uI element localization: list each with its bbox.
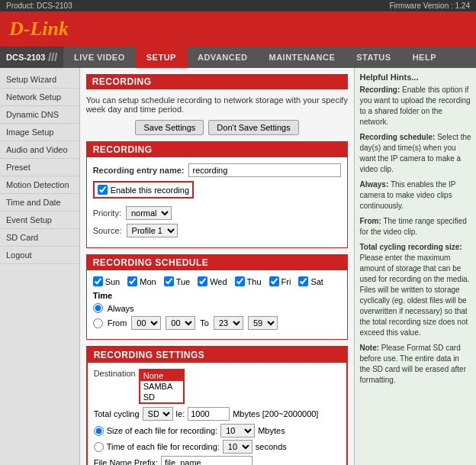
hints-panel: Helpful Hints... Recording: Enable this … bbox=[354, 68, 476, 465]
schedule-header: RECORDING SCHEDULE bbox=[87, 255, 348, 270]
day-fri-label: Fri bbox=[281, 277, 291, 286]
time-section: Time Always From 000106121823 00153045 T… bbox=[93, 291, 342, 330]
enable-checkbox[interactable] bbox=[98, 185, 108, 195]
priority-label: Priority: bbox=[93, 208, 121, 218]
hint-cycling: Total cycling recording size: Please ent… bbox=[359, 242, 471, 338]
day-thu-label: Thu bbox=[247, 277, 262, 286]
time-file-row: Time of each file for recording: 103060 … bbox=[94, 440, 341, 454]
enable-row: Enable this recording bbox=[93, 181, 342, 202]
sidebar-item-logout[interactable]: Logout bbox=[0, 247, 79, 264]
time-file-label: Time of each file for recording: bbox=[107, 442, 220, 451]
always-label: Always bbox=[108, 304, 134, 313]
entry-name-input[interactable] bbox=[188, 163, 341, 177]
from-row: From 000106121823 00153045 To 0006121823… bbox=[93, 316, 342, 330]
day-thu: Thu bbox=[235, 276, 262, 286]
day-sun-checkbox[interactable] bbox=[93, 276, 103, 286]
sidebar-item-time-date[interactable]: Time and Date bbox=[0, 194, 79, 212]
from-min-select[interactable]: 00153045 bbox=[166, 316, 195, 330]
size-unit: Mbytes bbox=[258, 426, 285, 435]
time-unit: seconds bbox=[256, 442, 287, 451]
firmware-label: Firmware Version : 1.24 bbox=[389, 2, 470, 10]
time-radio[interactable] bbox=[94, 442, 104, 452]
from-label: From bbox=[108, 318, 127, 328]
day-fri-checkbox[interactable] bbox=[269, 276, 279, 286]
day-wed-checkbox[interactable] bbox=[198, 276, 207, 286]
day-sun: Sun bbox=[93, 276, 121, 286]
to-hour-select[interactable]: 0006121823 bbox=[214, 316, 243, 330]
filename-label: File Name Prefix: bbox=[94, 458, 158, 465]
hint-recording: Recording: Enable this option if you wan… bbox=[359, 85, 471, 128]
day-sat-checkbox[interactable] bbox=[298, 276, 308, 286]
cycling-select[interactable]: SD bbox=[143, 407, 173, 421]
to-label: To bbox=[200, 318, 209, 328]
destination-row: Destination None SAMBA SD bbox=[94, 369, 341, 404]
day-row: Sun Mon Tue Wed Thu bbox=[93, 276, 342, 286]
top-bar: Product: DCS-2103 Firmware Version : 1.2… bbox=[0, 0, 476, 11]
dest-dropdown[interactable]: None SAMBA SD bbox=[139, 369, 185, 404]
nav-help[interactable]: HELP bbox=[402, 47, 447, 68]
nav-setup[interactable]: SETUP bbox=[136, 47, 187, 68]
settings-header: RECORDING SETTINGS bbox=[88, 347, 347, 363]
always-radio[interactable] bbox=[93, 303, 103, 313]
day-wed: Wed bbox=[198, 276, 227, 286]
hint-note: Note: Please Format SD card before use. … bbox=[359, 343, 471, 386]
sidebar-item-preset[interactable]: Preset bbox=[0, 159, 79, 176]
priority-row: Priority: normal high low bbox=[93, 206, 342, 220]
sidebar-item-event-setup[interactable]: Event Setup bbox=[0, 212, 79, 229]
dest-label: Destination bbox=[94, 369, 136, 378]
source-select[interactable]: Profile 1 Profile 2 Profile 3 bbox=[127, 224, 178, 237]
sidebar-item-dynamic-dns[interactable]: Dynamic DNS bbox=[0, 106, 79, 124]
sidebar-item-setup-wizard[interactable]: Setup Wizard bbox=[0, 71, 79, 89]
content-area: RECORDING You can setup schedule recordi… bbox=[80, 68, 355, 465]
nav-status[interactable]: STATUS bbox=[346, 47, 401, 68]
product-label: Product: DCS-2103 bbox=[6, 2, 72, 10]
time-select[interactable]: 103060 bbox=[223, 440, 252, 454]
sidebar-item-network-setup[interactable]: Network Setup bbox=[0, 89, 79, 106]
nav-maintenance[interactable]: MAINTENANCE bbox=[259, 47, 346, 68]
to-min-select[interactable]: 0015304559 bbox=[248, 316, 278, 330]
day-sun-label: Sun bbox=[105, 277, 121, 286]
header: D-Link bbox=[0, 11, 476, 47]
cycling-label: Total cycling bbox=[94, 409, 140, 418]
enable-checkbox-label[interactable]: Enable this recording bbox=[93, 181, 194, 199]
day-sat-label: Sat bbox=[310, 277, 323, 286]
time-label: Time bbox=[93, 291, 342, 300]
sidebar: Setup Wizard Network Setup Dynamic DNS I… bbox=[0, 68, 80, 465]
cycling-input[interactable] bbox=[188, 407, 230, 421]
recording-sub-header: RECORDING bbox=[87, 142, 348, 157]
sidebar-item-sd-card[interactable]: SD Card bbox=[0, 229, 79, 247]
main-layout: Setup Wizard Network Setup Dynamic DNS I… bbox=[0, 68, 476, 465]
nav-live-video[interactable]: LIVE VIDEO bbox=[63, 47, 136, 68]
sidebar-item-image-setup[interactable]: Image Setup bbox=[0, 124, 79, 141]
recording-header: RECORDING bbox=[86, 74, 349, 89]
day-sat: Sat bbox=[298, 276, 323, 286]
day-wed-label: Wed bbox=[210, 277, 227, 286]
cycling-row: Total cycling SD le: Mbytes [200~2000000… bbox=[94, 407, 341, 421]
day-tue-checkbox[interactable] bbox=[164, 276, 174, 286]
from-hour-select[interactable]: 000106121823 bbox=[131, 316, 161, 330]
day-mon-label: Mon bbox=[140, 277, 156, 286]
recording-section: RECORDING Recording entry name: Enable t… bbox=[86, 141, 349, 248]
day-fri: Fri bbox=[269, 276, 291, 286]
sidebar-item-audio-video[interactable]: Audio and Video bbox=[0, 141, 79, 159]
size-radio[interactable] bbox=[94, 426, 104, 436]
from-radio[interactable] bbox=[93, 318, 103, 328]
source-row: Source: Profile 1 Profile 2 Profile 3 bbox=[93, 224, 342, 237]
entry-name-label: Recording entry name: bbox=[93, 166, 185, 175]
dest-option-samba[interactable]: SAMBA bbox=[140, 381, 183, 392]
size-select[interactable]: 102050100 bbox=[220, 424, 255, 438]
always-row: Always bbox=[93, 303, 342, 313]
dest-option-none[interactable]: None bbox=[140, 370, 183, 381]
day-tue-label: Tue bbox=[176, 277, 191, 286]
day-mon-checkbox[interactable] bbox=[127, 276, 137, 286]
day-thu-checkbox[interactable] bbox=[235, 276, 245, 286]
source-label: Source: bbox=[93, 226, 122, 235]
dest-option-sd[interactable]: SD bbox=[140, 392, 183, 402]
top-save-btn[interactable]: Save Settings bbox=[135, 120, 204, 135]
filename-input[interactable] bbox=[161, 456, 252, 465]
sidebar-item-motion-detection[interactable]: Motion Detection bbox=[0, 176, 79, 194]
nav-slashes: /// bbox=[48, 51, 57, 63]
priority-select[interactable]: normal high low bbox=[126, 206, 172, 220]
top-dont-save-btn[interactable]: Don't Save Settings bbox=[208, 120, 298, 135]
nav-advanced[interactable]: ADVANCED bbox=[187, 47, 259, 68]
